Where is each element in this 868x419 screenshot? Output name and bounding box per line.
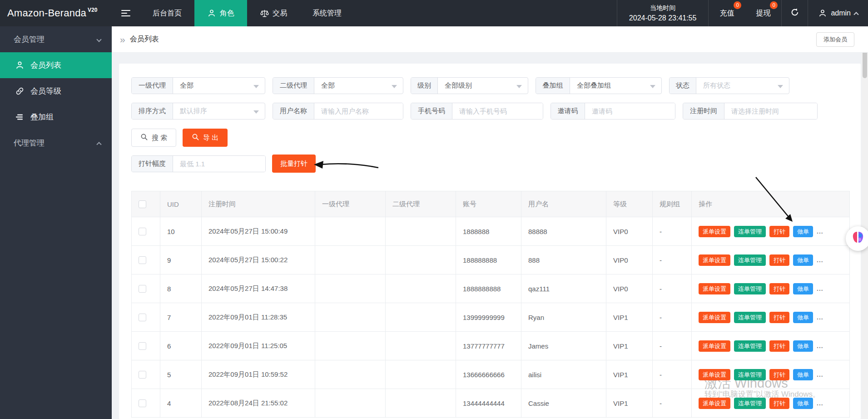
dispatch-settings-button[interactable]: 派单设置 [699,369,730,380]
inject-button[interactable]: 打针 [769,340,789,352]
breadcrumb-bar: » 会员列表 添加会员 [112,26,868,53]
user-icon [818,9,827,18]
chain-order-button[interactable]: 连单管理 [734,283,766,294]
nav-item-roles[interactable]: 角色 [194,0,247,26]
table-header-row: UID 注册时间 一级代理 二级代理 账号 用户名 等级 规则组 操作 [132,191,850,217]
table-row: 4 2022年08月24日 21:55:02 13444444444 Cassi… [132,389,850,418]
admin-page: Amazon-Beranda V20 后台首页 角色 交易 [0,0,868,419]
row-checkbox[interactable] [139,256,146,264]
add-member-button[interactable]: 添加会员 [816,32,854,47]
nav-item-system[interactable]: 系统管理 [300,0,354,26]
chain-order-button[interactable]: 连单管理 [734,226,766,237]
nav-item-transactions[interactable]: 交易 [247,0,300,26]
more-actions-button[interactable]: ... [817,256,823,264]
sidebar-item-member-level[interactable]: 会员等级 [0,78,112,104]
member-table: UID 注册时间 一级代理 二级代理 账号 用户名 等级 规则组 操作 10 2… [131,191,850,418]
table-row: 9 2024年05月27日 15:00:22 188888888 888 VIP… [132,246,850,274]
chevron-down-icon [392,85,397,88]
inject-range-input[interactable] [173,156,266,172]
inject-button[interactable]: 打针 [769,369,789,380]
filter-stack-group-select[interactable]: 叠加组 全部叠加组 [536,77,662,94]
inject-button[interactable]: 打针 [769,254,789,266]
username-input[interactable] [314,103,403,119]
col-account: 账号 [456,191,521,217]
more-actions-button[interactable]: ... [817,342,823,349]
dispatch-settings-button[interactable]: 派单设置 [699,226,730,237]
sidebar-collapse-button[interactable] [112,0,140,26]
dispatch-settings-button[interactable]: 派单设置 [699,398,730,409]
export-button[interactable]: 导 出 [183,129,228,147]
inject-button[interactable]: 打针 [769,283,789,294]
more-actions-button[interactable]: ... [817,314,823,321]
row-checkbox[interactable] [139,228,146,235]
brand-logo: Amazon-Beranda V20 [0,0,112,26]
row-checkbox[interactable] [139,342,146,350]
make-order-button[interactable]: 做单 [793,283,813,294]
chevron-down-icon [253,85,259,88]
dispatch-settings-button[interactable]: 派单设置 [699,312,730,323]
chevron-down-icon [778,85,783,88]
dispatch-settings-button[interactable]: 派单设置 [699,283,730,294]
assistant-extension-button[interactable] [846,226,868,251]
brain-icon [850,230,866,247]
inject-button[interactable]: 打针 [769,312,789,323]
make-order-button[interactable]: 做单 [793,369,813,380]
make-order-button[interactable]: 做单 [793,226,813,237]
col-first-agent: 一级代理 [315,191,386,217]
more-actions-button[interactable]: ... [817,399,823,407]
sidebar-group-member-management[interactable]: 会员管理 [0,26,112,52]
col-username: 用户名 [521,191,606,217]
batch-inject-button[interactable]: 批量打针 [272,155,316,173]
dispatch-settings-button[interactable]: 派单设置 [699,254,730,266]
recharge-badge: 0 [734,1,741,9]
scrollbar[interactable] [862,26,868,419]
col-uid: UID [160,191,202,217]
more-actions-button[interactable]: ... [817,228,823,235]
scales-icon [260,9,269,18]
invite-code-input[interactable] [585,103,675,119]
chain-order-button[interactable]: 连单管理 [734,254,766,266]
row-checkbox[interactable] [139,285,146,293]
select-all-checkbox[interactable] [139,200,146,208]
more-actions-button[interactable]: ... [817,285,823,292]
chevron-up-icon [96,142,101,147]
nav-item-dashboard[interactable]: 后台首页 [140,0,194,26]
inject-button[interactable]: 打针 [769,226,789,237]
chain-order-button[interactable]: 连单管理 [734,398,766,409]
user-menu[interactable]: admin [808,0,868,26]
inject-button[interactable]: 打针 [769,398,789,409]
row-checkbox[interactable] [139,399,146,407]
sidebar-item-member-list[interactable]: 会员列表 [0,52,112,78]
withdraw-button[interactable]: 提现 0 [745,0,781,26]
make-order-button[interactable]: 做单 [793,398,813,409]
make-order-button[interactable]: 做单 [793,312,813,323]
sidebar-item-stack-group[interactable]: 叠加组 [0,104,112,130]
search-icon [192,133,199,142]
recharge-button[interactable]: 充值 0 [709,0,745,26]
brand-version: V20 [88,7,97,13]
chain-order-button[interactable]: 连单管理 [734,312,766,323]
sidebar-group-agent-management[interactable]: 代理管理 [0,130,112,156]
chain-order-button[interactable]: 连单管理 [734,369,766,380]
chain-order-button[interactable]: 连单管理 [734,340,766,352]
filter-status-select[interactable]: 状态 所有状态 [669,77,789,94]
search-button[interactable]: 搜 索 [131,129,176,147]
filter-first-agent-select[interactable]: 一级代理 全部 [131,77,265,94]
username-label: admin [831,9,851,17]
table-row: 7 2022年09月01日 11:28:35 13999999999 Ryan … [132,303,850,332]
make-order-button[interactable]: 做单 [793,254,813,266]
filter-sort-select[interactable]: 排序方式 默认排序 [131,103,265,120]
row-checkbox[interactable] [139,314,146,321]
col-register-time: 注册时间 [202,191,315,217]
row-checkbox[interactable] [139,371,146,379]
more-actions-button[interactable]: ... [817,371,823,378]
filter-level-select[interactable]: 级别 全部级别 [411,77,528,94]
chevron-down-icon [650,85,655,88]
refresh-button[interactable] [781,0,808,26]
filter-second-agent-select[interactable]: 二级代理 全部 [273,77,403,94]
register-time-input[interactable] [724,103,818,119]
dispatch-settings-button[interactable]: 派单设置 [699,340,730,352]
make-order-button[interactable]: 做单 [793,340,813,352]
phone-input[interactable] [452,103,543,119]
chevron-up-icon [853,12,858,17]
